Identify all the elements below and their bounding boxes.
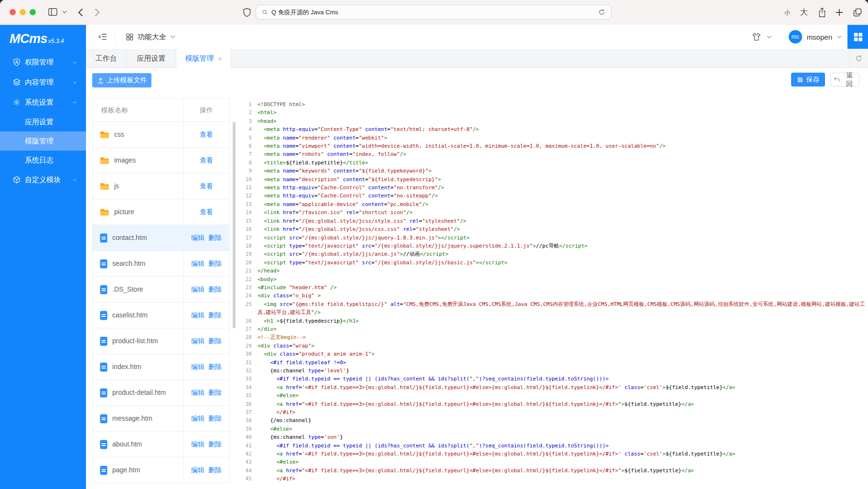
close-window-button[interactable] bbox=[10, 9, 16, 15]
file-list-scrollbar[interactable] bbox=[233, 122, 236, 328]
all-functions-menu[interactable]: 功能大全 bbox=[126, 25, 175, 49]
code-line: 4 <meta http-equiv="Content-Type" conten… bbox=[238, 125, 867, 133]
file-name-cell: .DS_Store bbox=[93, 277, 183, 302]
table-row[interactable]: .DS_Store编辑删除 bbox=[93, 276, 229, 302]
delete-link[interactable]: 删除 bbox=[208, 337, 222, 346]
delete-link[interactable]: 删除 bbox=[208, 363, 222, 371]
theme-shirt-icon[interactable] bbox=[752, 33, 761, 41]
maximize-window-button[interactable] bbox=[30, 9, 36, 15]
code-text: <a href="<#if field.type==3>{ms:global.h… bbox=[257, 400, 867, 408]
back-navigation-icon[interactable] bbox=[78, 8, 83, 17]
code-line: 31 <#if field.typeleaf !=0> bbox=[238, 359, 867, 367]
sidebar-chevron-icon[interactable] bbox=[62, 11, 67, 14]
sidebar-item-5[interactable]: 模版管理 bbox=[0, 131, 86, 151]
zoom-out-text-button[interactable]: 小 bbox=[784, 0, 790, 25]
code-text: <link href="/{ms:global.style/}css/style… bbox=[257, 217, 867, 225]
edit-link[interactable]: 编辑 bbox=[191, 285, 204, 294]
forward-navigation-icon[interactable] bbox=[95, 8, 100, 17]
actions-cell: 查看 bbox=[183, 148, 229, 173]
sidebar-item-6[interactable]: 系统日志 bbox=[0, 151, 86, 170]
view-link[interactable]: 查看 bbox=[200, 156, 213, 165]
back-button[interactable]: 返回 bbox=[830, 73, 859, 87]
zoom-in-text-button[interactable]: 大 bbox=[800, 0, 808, 25]
table-row[interactable]: message.htm编辑删除 bbox=[93, 405, 229, 431]
table-row[interactable]: search.htm编辑删除 bbox=[93, 250, 229, 276]
table-row[interactable]: css查看 bbox=[93, 121, 229, 147]
line-number: 3 bbox=[238, 117, 257, 125]
sidebar-item-7[interactable]: 自定义模块 bbox=[0, 170, 86, 190]
table-row[interactable]: contact.htm编辑删除 bbox=[93, 225, 229, 250]
view-link[interactable]: 查看 bbox=[200, 208, 213, 217]
tab-overview-icon[interactable] bbox=[853, 8, 862, 17]
file-name: contact.htm bbox=[112, 233, 147, 242]
sidebar-item-2[interactable]: 内容管理 bbox=[0, 72, 86, 92]
delete-link[interactable]: 删除 bbox=[208, 440, 222, 449]
code-line: 37 </#if> bbox=[238, 408, 867, 416]
table-row[interactable]: caselist.htm编辑删除 bbox=[93, 302, 229, 328]
delete-link[interactable]: 删除 bbox=[208, 414, 222, 423]
minimize-window-button[interactable] bbox=[20, 9, 26, 15]
save-button[interactable]: 保存 bbox=[791, 73, 825, 87]
table-header-row: 模板名称 操作 bbox=[93, 99, 229, 121]
table-row[interactable]: product-detail.htm编辑删除 bbox=[93, 380, 229, 405]
line-number: 14 bbox=[238, 208, 257, 217]
edit-link[interactable]: 编辑 bbox=[191, 414, 204, 423]
username-label[interactable]: msopen bbox=[807, 33, 832, 41]
code-line: 15 <link href="/{ms:global.style/}css/st… bbox=[238, 217, 867, 225]
sidebar-collapse-icon[interactable] bbox=[98, 32, 107, 42]
edit-link[interactable]: 编辑 bbox=[191, 260, 204, 268]
actions-cell: 编辑删除 bbox=[183, 303, 229, 328]
chevron-down-icon bbox=[72, 60, 77, 65]
tab-2[interactable]: 应用设置 bbox=[127, 49, 176, 68]
tab-1[interactable]: 工作台 bbox=[86, 49, 127, 68]
user-avatar[interactable]: ms bbox=[789, 30, 802, 43]
code-text: {ms:channel type='son'} bbox=[257, 433, 867, 441]
edit-link[interactable]: 编辑 bbox=[191, 466, 204, 475]
code-text: <#if field.typeid == typeid || (ids?has_… bbox=[257, 375, 867, 383]
table-row[interactable]: index.htm编辑删除 bbox=[93, 354, 229, 380]
delete-link[interactable]: 删除 bbox=[208, 389, 222, 397]
reload-icon[interactable] bbox=[598, 9, 605, 16]
sidebar-toggle-icon[interactable] bbox=[48, 8, 58, 16]
delete-link[interactable]: 删除 bbox=[208, 234, 222, 242]
code-text: <#else> bbox=[257, 391, 867, 400]
table-row[interactable]: page.htm编辑删除 bbox=[93, 457, 229, 483]
view-link[interactable]: 查看 bbox=[200, 182, 213, 191]
table-row[interactable]: about.htm编辑删除 bbox=[93, 431, 229, 457]
table-row[interactable]: images查看 bbox=[93, 147, 229, 173]
refresh-tab-icon[interactable] bbox=[849, 49, 868, 67]
tab-3[interactable]: 模版管理× bbox=[176, 49, 231, 68]
delete-link[interactable]: 删除 bbox=[208, 285, 222, 294]
address-search-field[interactable]: Q 免疫开源的 Java Cms bbox=[256, 5, 611, 20]
actions-cell: 编辑删除 bbox=[183, 328, 229, 354]
delete-link[interactable]: 删除 bbox=[208, 260, 222, 268]
sidebar-item-3[interactable]: 系统设置 bbox=[0, 92, 86, 112]
privacy-shield-icon[interactable] bbox=[243, 7, 251, 18]
sidebar-item-1[interactable]: 权限管理 bbox=[0, 52, 86, 72]
edit-link[interactable]: 编辑 bbox=[191, 337, 204, 346]
edit-link[interactable]: 编辑 bbox=[191, 363, 204, 371]
new-tab-icon[interactable] bbox=[836, 9, 843, 16]
table-row[interactable]: js查看 bbox=[93, 173, 229, 199]
edit-link[interactable]: 编辑 bbox=[191, 440, 204, 449]
edit-link[interactable]: 编辑 bbox=[191, 311, 204, 320]
actions-cell: 编辑删除 bbox=[183, 457, 229, 483]
delete-link[interactable]: 删除 bbox=[208, 311, 222, 320]
edit-link[interactable]: 编辑 bbox=[191, 234, 204, 242]
delete-link[interactable]: 删除 bbox=[208, 466, 222, 475]
file-icon bbox=[100, 233, 107, 243]
code-editor[interactable]: 1<!DOCTYPE html>2<html>3<head>4 <meta ht… bbox=[238, 98, 867, 489]
app-grid-button[interactable] bbox=[847, 25, 868, 49]
upload-template-button[interactable]: 上传模板文件 bbox=[92, 73, 151, 87]
share-icon[interactable] bbox=[818, 7, 826, 18]
table-row[interactable]: product-list.htm编辑删除 bbox=[93, 328, 229, 354]
line-number: 27 bbox=[238, 325, 257, 333]
table-row[interactable]: picture查看 bbox=[93, 199, 229, 225]
line-number: 35 bbox=[238, 391, 257, 400]
view-link[interactable]: 查看 bbox=[200, 130, 213, 139]
code-line: 7 <meta name="robots" content="index, fo… bbox=[238, 150, 867, 158]
close-tab-icon[interactable]: × bbox=[218, 55, 222, 63]
edit-link[interactable]: 编辑 bbox=[191, 389, 204, 397]
code-line: 42 <a href='<#if field.type==3>{ms:globa… bbox=[238, 450, 867, 458]
sidebar-item-4[interactable]: 应用设置 bbox=[0, 112, 86, 131]
